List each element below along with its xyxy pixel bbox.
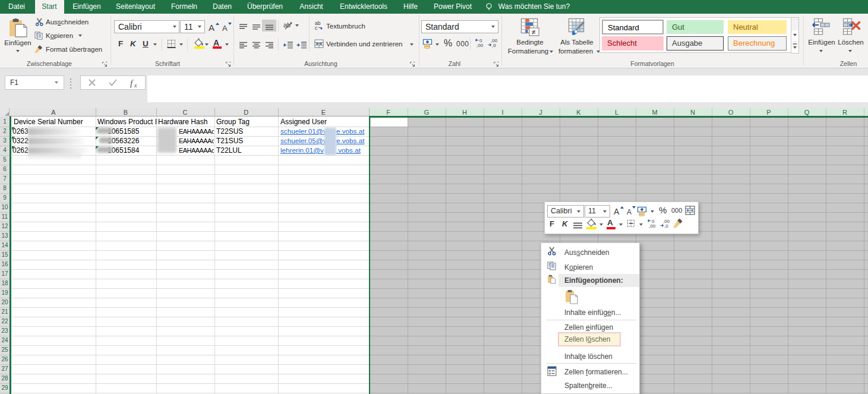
svg-text:x: x bbox=[134, 82, 137, 89]
svg-text:A: A bbox=[627, 208, 632, 216]
svg-text:A: A bbox=[209, 23, 214, 33]
svg-text:A: A bbox=[614, 207, 620, 216]
svg-text:A: A bbox=[222, 24, 228, 33]
svg-text:f: f bbox=[130, 78, 134, 88]
svg-text:,0: ,0 bbox=[492, 43, 496, 48]
svg-text:,00: ,00 bbox=[649, 223, 656, 229]
svg-text:,0: ,0 bbox=[664, 223, 668, 229]
svg-text:≠: ≠ bbox=[532, 28, 536, 36]
svg-text:,00: ,00 bbox=[476, 43, 484, 48]
